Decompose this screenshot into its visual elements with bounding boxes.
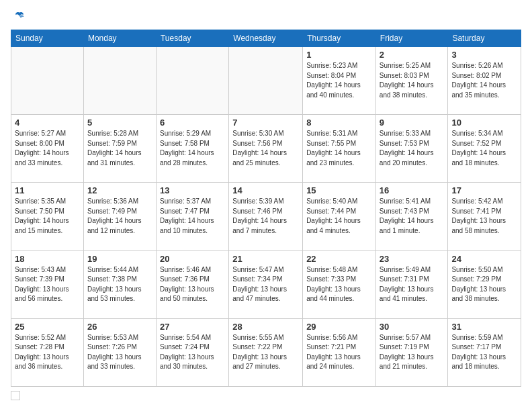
day-info: Sunrise: 5:59 AM Sunset: 7:17 PM Dayligh… [451, 333, 517, 372]
calendar-week-row: 25Sunrise: 5:52 AM Sunset: 7:28 PM Dayli… [11, 318, 521, 386]
day-info: Sunrise: 5:50 AM Sunset: 7:29 PM Dayligh… [451, 265, 517, 304]
calendar-cell [83, 47, 156, 115]
day-number: 14 [232, 185, 299, 195]
day-info: Sunrise: 5:44 AM Sunset: 7:38 PM Dayligh… [87, 265, 152, 304]
day-info: Sunrise: 5:41 AM Sunset: 7:43 PM Dayligh… [380, 197, 445, 236]
calendar-cell: 16Sunrise: 5:41 AM Sunset: 7:43 PM Dayli… [375, 183, 448, 250]
day-info: Sunrise: 5:26 AM Sunset: 8:02 PM Dayligh… [451, 61, 517, 100]
calendar-cell: 17Sunrise: 5:42 AM Sunset: 7:41 PM Dayli… [448, 183, 521, 250]
calendar-cell: 22Sunrise: 5:48 AM Sunset: 7:33 PM Dayli… [303, 250, 376, 318]
calendar-cell: 21Sunrise: 5:47 AM Sunset: 7:34 PM Dayli… [229, 250, 303, 318]
day-info: Sunrise: 5:28 AM Sunset: 7:59 PM Dayligh… [87, 129, 152, 168]
calendar-cell: 7Sunrise: 5:30 AM Sunset: 7:56 PM Daylig… [229, 115, 303, 183]
day-number: 8 [306, 118, 372, 128]
day-info: Sunrise: 5:30 AM Sunset: 7:56 PM Dayligh… [232, 129, 299, 168]
calendar-cell: 10Sunrise: 5:34 AM Sunset: 7:52 PM Dayli… [448, 115, 521, 183]
logo [11, 11, 27, 23]
day-number: 2 [380, 50, 445, 60]
calendar-cell: 25Sunrise: 5:52 AM Sunset: 7:28 PM Dayli… [11, 318, 84, 386]
day-number: 6 [160, 118, 225, 128]
day-number: 5 [87, 118, 152, 128]
calendar-cell: 30Sunrise: 5:57 AM Sunset: 7:19 PM Dayli… [375, 318, 448, 386]
day-number: 4 [15, 118, 80, 128]
calendar-header-wednesday: Wednesday [229, 30, 303, 47]
day-number: 12 [87, 185, 152, 195]
calendar-cell [229, 47, 303, 115]
day-number: 23 [380, 254, 445, 264]
calendar-cell: 27Sunrise: 5:54 AM Sunset: 7:24 PM Dayli… [156, 318, 228, 386]
calendar-cell: 29Sunrise: 5:56 AM Sunset: 7:21 PM Dayli… [303, 318, 376, 386]
day-info: Sunrise: 5:48 AM Sunset: 7:33 PM Dayligh… [306, 265, 372, 304]
calendar-cell: 11Sunrise: 5:35 AM Sunset: 7:50 PM Dayli… [11, 183, 84, 250]
logo-bird-icon [13, 11, 26, 23]
day-info: Sunrise: 5:47 AM Sunset: 7:34 PM Dayligh… [232, 265, 299, 304]
day-number: 19 [87, 254, 152, 264]
calendar-header-thursday: Thursday [303, 30, 376, 47]
calendar-cell: 6Sunrise: 5:29 AM Sunset: 7:58 PM Daylig… [156, 115, 228, 183]
calendar-cell: 5Sunrise: 5:28 AM Sunset: 7:59 PM Daylig… [83, 115, 156, 183]
day-number: 1 [306, 50, 372, 60]
calendar-cell: 31Sunrise: 5:59 AM Sunset: 7:17 PM Dayli… [448, 318, 521, 386]
day-info: Sunrise: 5:31 AM Sunset: 7:55 PM Dayligh… [306, 129, 372, 168]
day-number: 21 [232, 254, 299, 264]
day-info: Sunrise: 5:56 AM Sunset: 7:21 PM Dayligh… [306, 333, 372, 372]
day-info: Sunrise: 5:53 AM Sunset: 7:26 PM Dayligh… [87, 333, 152, 372]
calendar-table: SundayMondayTuesdayWednesdayThursdayFrid… [11, 30, 521, 387]
calendar-cell: 23Sunrise: 5:49 AM Sunset: 7:31 PM Dayli… [375, 250, 448, 318]
day-info: Sunrise: 5:43 AM Sunset: 7:39 PM Dayligh… [15, 265, 80, 304]
page: SundayMondayTuesdayWednesdayThursdayFrid… [0, 0, 532, 411]
day-info: Sunrise: 5:46 AM Sunset: 7:36 PM Dayligh… [160, 265, 225, 304]
calendar-cell: 12Sunrise: 5:36 AM Sunset: 7:49 PM Dayli… [83, 183, 156, 250]
calendar-cell: 2Sunrise: 5:25 AM Sunset: 8:03 PM Daylig… [375, 47, 448, 115]
header [11, 11, 521, 23]
calendar-cell: 15Sunrise: 5:40 AM Sunset: 7:44 PM Dayli… [303, 183, 376, 250]
calendar-cell: 20Sunrise: 5:46 AM Sunset: 7:36 PM Dayli… [156, 250, 228, 318]
calendar-week-row: 4Sunrise: 5:27 AM Sunset: 8:00 PM Daylig… [11, 115, 521, 183]
day-info: Sunrise: 5:35 AM Sunset: 7:50 PM Dayligh… [15, 197, 80, 236]
day-info: Sunrise: 5:57 AM Sunset: 7:19 PM Dayligh… [380, 333, 445, 372]
calendar-cell: 9Sunrise: 5:33 AM Sunset: 7:53 PM Daylig… [375, 115, 448, 183]
day-info: Sunrise: 5:36 AM Sunset: 7:49 PM Dayligh… [87, 197, 152, 236]
day-number: 22 [306, 254, 372, 264]
footer [11, 391, 521, 400]
day-number: 31 [451, 322, 517, 332]
calendar-week-row: 1Sunrise: 5:23 AM Sunset: 8:04 PM Daylig… [11, 47, 521, 115]
day-number: 10 [451, 118, 517, 128]
calendar-cell: 1Sunrise: 5:23 AM Sunset: 8:04 PM Daylig… [303, 47, 376, 115]
day-number: 17 [451, 185, 517, 195]
day-number: 29 [306, 322, 372, 332]
calendar-cell: 3Sunrise: 5:26 AM Sunset: 8:02 PM Daylig… [448, 47, 521, 115]
calendar-cell: 14Sunrise: 5:39 AM Sunset: 7:46 PM Dayli… [229, 183, 303, 250]
day-number: 24 [451, 254, 517, 264]
day-number: 26 [87, 322, 152, 332]
day-info: Sunrise: 5:37 AM Sunset: 7:47 PM Dayligh… [160, 197, 225, 236]
calendar-cell: 4Sunrise: 5:27 AM Sunset: 8:00 PM Daylig… [11, 115, 84, 183]
day-info: Sunrise: 5:25 AM Sunset: 8:03 PM Dayligh… [380, 61, 445, 100]
day-number: 13 [160, 185, 225, 195]
daylight-box [11, 391, 20, 400]
day-number: 3 [451, 50, 517, 60]
day-info: Sunrise: 5:40 AM Sunset: 7:44 PM Dayligh… [306, 197, 372, 236]
day-number: 11 [15, 185, 80, 195]
calendar-cell [156, 47, 228, 115]
day-number: 27 [160, 322, 225, 332]
day-number: 16 [380, 185, 445, 195]
calendar-week-row: 11Sunrise: 5:35 AM Sunset: 7:50 PM Dayli… [11, 183, 521, 250]
day-info: Sunrise: 5:34 AM Sunset: 7:52 PM Dayligh… [451, 129, 517, 168]
day-number: 25 [15, 322, 80, 332]
day-info: Sunrise: 5:29 AM Sunset: 7:58 PM Dayligh… [160, 129, 225, 168]
day-info: Sunrise: 5:33 AM Sunset: 7:53 PM Dayligh… [380, 129, 445, 168]
calendar-cell: 28Sunrise: 5:55 AM Sunset: 7:22 PM Dayli… [229, 318, 303, 386]
day-number: 7 [232, 118, 299, 128]
calendar-header-sunday: Sunday [11, 30, 84, 47]
calendar-cell: 8Sunrise: 5:31 AM Sunset: 7:55 PM Daylig… [303, 115, 376, 183]
calendar-cell: 19Sunrise: 5:44 AM Sunset: 7:38 PM Dayli… [83, 250, 156, 318]
calendar-body: 1Sunrise: 5:23 AM Sunset: 8:04 PM Daylig… [11, 47, 521, 387]
day-number: 30 [380, 322, 445, 332]
calendar-cell: 26Sunrise: 5:53 AM Sunset: 7:26 PM Dayli… [83, 318, 156, 386]
day-info: Sunrise: 5:52 AM Sunset: 7:28 PM Dayligh… [15, 333, 80, 372]
day-info: Sunrise: 5:39 AM Sunset: 7:46 PM Dayligh… [232, 197, 299, 236]
calendar-header-friday: Friday [375, 30, 448, 47]
day-info: Sunrise: 5:23 AM Sunset: 8:04 PM Dayligh… [306, 61, 372, 100]
calendar-header-saturday: Saturday [448, 30, 521, 47]
